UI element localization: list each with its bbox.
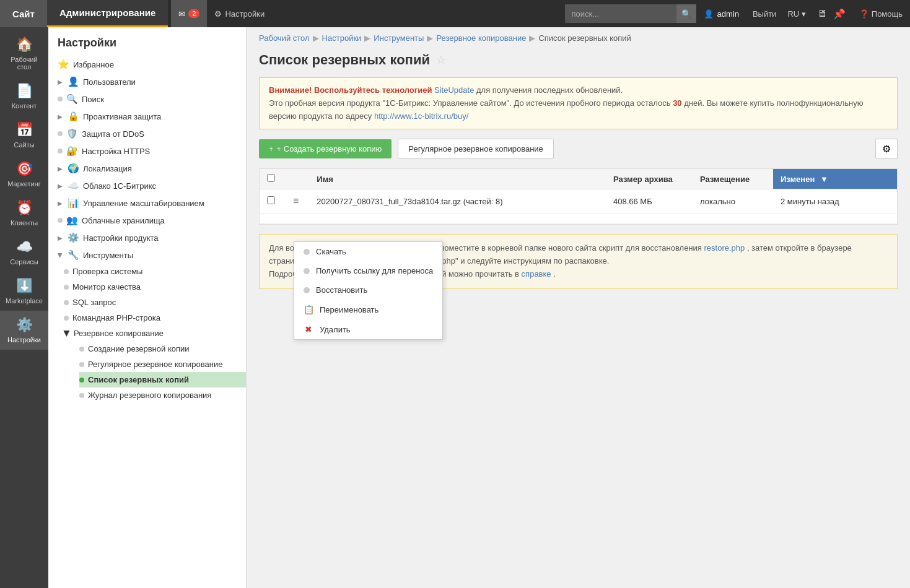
dot-icon-8 <box>64 316 69 321</box>
https-icon: 🔐 <box>66 145 78 157</box>
admin-tab[interactable]: Администрирование <box>47 0 168 27</box>
info-text-4: . <box>553 269 556 279</box>
nav-item-scaling[interactable]: ▶ 📊 Управление масштабированием <box>48 194 246 212</box>
users-icon: 👤 <box>68 76 79 87</box>
nav-sub-backup-log[interactable]: Журнал резервного копирования <box>79 387 246 403</box>
search-button[interactable]: 🔍 <box>676 4 696 23</box>
breadcrumb-desktop[interactable]: Рабочий стол <box>259 33 310 43</box>
context-menu-getlink-label: Получить ссылку для переноса <box>316 266 433 275</box>
arrow-down-icon: ▶ <box>57 253 64 257</box>
sidebar-item-desktop[interactable]: 🏠 Рабочий стол <box>0 30 48 77</box>
favorite-star-icon[interactable]: ☆ <box>436 53 446 67</box>
nav-sub-sql[interactable]: SQL запрос <box>64 295 246 310</box>
context-menu-delete[interactable]: ✖ Удалить <box>294 319 442 339</box>
pin-icon[interactable]: 📌 <box>833 8 846 20</box>
ddos-icon: 🛡️ <box>66 128 78 139</box>
messages-button[interactable]: ✉ 2 <box>171 0 207 27</box>
search-input[interactable] <box>565 4 676 23</box>
sidebar-title: Настройки <box>48 33 246 56</box>
page-title-row: Список резервных копий ☆ <box>247 49 910 77</box>
marketing-icon: 🎯 <box>16 161 33 177</box>
nav-sub-backup-list[interactable]: Список резервных копий <box>79 372 246 387</box>
services-icon: ☁️ <box>16 239 33 255</box>
arrow-right-icon-3: ▶ <box>58 165 63 172</box>
row-menu-button[interactable]: ≡ <box>290 194 302 208</box>
logout-button[interactable]: Выйти <box>746 9 783 19</box>
nav-item-cloud-storage[interactable]: 👥 Облачные хранилища <box>48 212 246 229</box>
sidebar-item-services[interactable]: ☁️ Сервисы <box>0 233 48 272</box>
product-settings-icon: ⚙️ <box>68 232 79 243</box>
sort-arrow-icon: ▼ <box>820 175 828 184</box>
nav-item-favorites[interactable]: ⭐ Избранное <box>48 56 246 73</box>
nav-sub-backup[interactable]: ▶ Резервное копирование <box>64 326 246 341</box>
buy-link[interactable]: http://www.1c-bitrix.ru/buy/ <box>374 111 468 121</box>
create-backup-button[interactable]: + + Создать резервную копию <box>259 139 392 158</box>
site-tab[interactable]: Сайт <box>0 0 47 27</box>
nav-item-product-settings[interactable]: ▶ ⚙️ Настройки продукта <box>48 229 246 246</box>
th-name: Имя <box>309 169 606 189</box>
messages-badge: 2 <box>188 9 199 18</box>
nav-sub-syscheck[interactable]: Проверка системы <box>64 264 246 279</box>
sidebar-item-sites[interactable]: 📅 Сайты <box>0 116 48 155</box>
row-changed-cell: 2 минуты назад <box>773 189 897 214</box>
nav-item-proactive[interactable]: ▶ 🔒 Проактивная защита <box>48 108 246 125</box>
help-link[interactable]: справке <box>522 269 551 279</box>
nav-sub-quality[interactable]: Монитор качества <box>64 279 246 295</box>
context-menu-restore[interactable]: Восстановить <box>294 280 442 300</box>
nav-sub-regular-backup[interactable]: Регулярное резервное копирование <box>79 357 246 372</box>
th-size: Размер архива <box>606 169 693 189</box>
sidebar-item-marketing[interactable]: 🎯 Маркетинг <box>0 155 48 194</box>
backup-size: 408.66 МБ <box>613 197 652 206</box>
context-menu-download[interactable]: Скачать <box>294 242 442 261</box>
cloud-icon: ☁️ <box>68 180 79 191</box>
dot-icon-3 <box>58 149 63 153</box>
settings-top-button[interactable]: ⚙ Настройки <box>207 0 272 27</box>
cloud-storage-icon: 👥 <box>66 215 78 226</box>
sidebar-item-clients[interactable]: ⏰ Клиенты <box>0 194 48 233</box>
nav-item-users[interactable]: ▶ 👤 Пользователи <box>48 73 246 90</box>
context-menu-get-link[interactable]: Получить ссылку для переноса <box>294 261 442 280</box>
dot-icon-10 <box>79 362 84 367</box>
nav-item-cloud[interactable]: ▶ ☁️ Облако 1С-Битрикс <box>48 177 246 194</box>
row-size-cell: 408.66 МБ <box>606 189 693 214</box>
nav-item-localization[interactable]: ▶ 🌍 Локализация <box>48 160 246 177</box>
dot-icon-11 <box>79 378 84 383</box>
sidebar-item-content[interactable]: 📄 Контент <box>0 77 48 116</box>
arrow-right-icon-5: ▶ <box>58 200 63 207</box>
breadcrumb-tools[interactable]: Инструменты <box>374 33 424 43</box>
topbar-icon-group: 🖥 📌 <box>811 8 852 20</box>
context-menu-rename[interactable]: 📋 Переименовать <box>294 300 442 319</box>
table-settings-button[interactable]: ⚙ <box>875 139 898 159</box>
nav-sub-php[interactable]: Командная PHP-строка <box>64 310 246 326</box>
delete-icon: ✖ <box>304 324 313 334</box>
dot-icon-7 <box>64 300 69 305</box>
siteupdate-link[interactable]: SiteUpdate <box>434 85 474 95</box>
th-changed[interactable]: Изменен ▼ <box>773 169 897 189</box>
select-all-checkbox[interactable] <box>267 174 275 182</box>
nav-sidebar: Настройки ⭐ Избранное ▶ 👤 Пользователи 🔍… <box>48 27 247 588</box>
restore-link[interactable]: restore.php <box>704 243 745 253</box>
nav-sub-create-backup[interactable]: Создание резервной копии <box>79 341 246 357</box>
dot-icon-6 <box>64 285 69 290</box>
sidebar-item-marketplace[interactable]: ⬇️ Marketplace <box>0 272 48 311</box>
sidebar-item-settings[interactable]: ⚙️ Настройки <box>0 311 48 350</box>
nav-item-ddos[interactable]: 🛡️ Защита от DDoS <box>48 125 246 142</box>
user-menu[interactable]: 👤 admin <box>696 9 746 19</box>
language-selector[interactable]: RU ▾ <box>782 9 810 19</box>
scaling-icon: 📊 <box>68 197 79 209</box>
tools-submenu: Проверка системы Монитор качества SQL за… <box>48 264 246 403</box>
screen-icon[interactable]: 🖥 <box>817 8 827 19</box>
row-checkbox[interactable] <box>267 196 275 204</box>
help-button[interactable]: ❓ Помощь <box>852 9 910 19</box>
nav-item-search[interactable]: 🔍 Поиск <box>48 90 246 108</box>
nav-item-https[interactable]: 🔐 Настройка HTTPS <box>48 142 246 160</box>
home-icon: 🏠 <box>16 37 33 53</box>
regular-backup-button[interactable]: Регулярное резервное копирование <box>398 139 553 159</box>
alert-body: Это пробная версия продукта "1С-Битрикс:… <box>269 98 673 108</box>
breadcrumb-sep-3: ▶ <box>427 33 433 43</box>
breadcrumb-backup[interactable]: Резервное копирование <box>436 33 526 43</box>
row-name-cell: 20200727_080731_full_73da8104.tar.gz (ча… <box>309 189 606 214</box>
breadcrumb-settings[interactable]: Настройки <box>322 33 362 43</box>
row-checkbox-cell <box>260 189 282 214</box>
nav-item-tools[interactable]: ▶ 🔧 Инструменты <box>48 246 246 264</box>
